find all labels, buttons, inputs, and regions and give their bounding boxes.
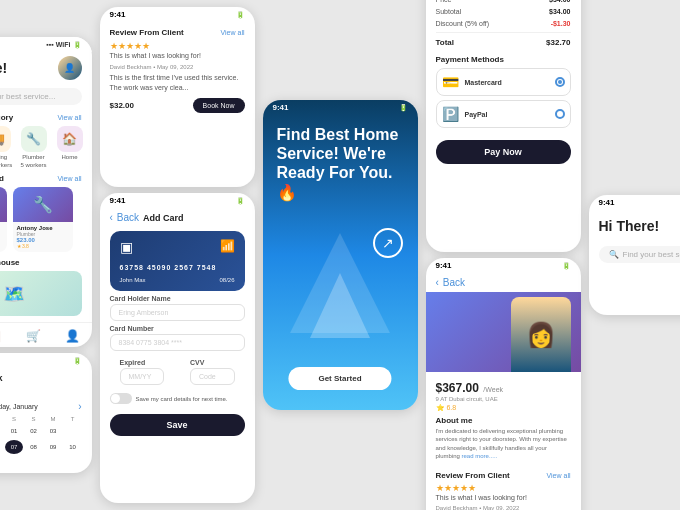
expired-input[interactable]: MM/YY	[120, 368, 165, 385]
cal-day-07[interactable]: 07	[5, 440, 23, 454]
holder-name-input[interactable]: Ering Amberson	[110, 304, 245, 321]
category-row: 🔨 Carpentry 32 workers 🚚 Moving 41 worke…	[0, 124, 92, 170]
hero-screen: 9:41 🔋 Find Best Home Service! We're Rea…	[263, 100, 418, 410]
addcard-title: Add Card	[143, 213, 184, 223]
subtotal-label: Subtotal	[436, 8, 462, 15]
card-number-placeholder: 8384 0775 3804 ****	[119, 339, 182, 346]
discount-row: Discount (5% off) -$1.30	[436, 20, 571, 27]
home-sm-header: Hi There! 👤	[589, 210, 681, 242]
search-bar[interactable]: 🔍 Find your best service...	[0, 88, 82, 105]
cal-day-01[interactable]: 01	[5, 424, 23, 438]
addcard-back-arrow[interactable]: ‹	[110, 212, 113, 223]
plumber-count: 5 workers	[20, 162, 46, 168]
map-placeholder[interactable]: 🗺️	[0, 271, 82, 316]
addcard-status-bar: 9:41 🔋	[100, 193, 255, 208]
detail-review-title: Review From Client	[436, 471, 510, 480]
detail-back-arrow[interactable]: ‹	[436, 277, 439, 288]
hero-battery: 🔋	[399, 104, 408, 112]
cal-day-10[interactable]: 10	[64, 440, 82, 454]
pay-now-button[interactable]: Pay Now	[436, 140, 571, 164]
next-month-arrow[interactable]: ›	[78, 401, 81, 412]
save-card-button[interactable]: Save	[110, 414, 245, 436]
about-text: I'm dedicated to delivering exceptional …	[436, 427, 571, 461]
detail-battery: 🔋	[562, 262, 571, 270]
hero-graphic: ↗	[263, 218, 418, 348]
popular-category-title: Popular Category	[0, 113, 13, 122]
booking-datetime-title: Date & Time	[0, 387, 92, 399]
nav-list-icon[interactable]: 📋	[0, 329, 2, 343]
detail-price: $367.00	[436, 381, 479, 395]
detail-view-all[interactable]: View all	[547, 472, 571, 479]
greeting-text: Hi There!	[0, 60, 7, 76]
nav-cart-icon[interactable]: 🛒	[26, 329, 41, 343]
home-sm-search[interactable]: 🔍 Find your best service...	[599, 246, 681, 263]
addcard-back-label[interactable]: Back	[117, 212, 139, 223]
read-more-link[interactable]: read more.....	[462, 453, 498, 459]
hero-content: Find Best Home Service! We're Ready For …	[263, 115, 418, 218]
calendar-row-2: 04 05 06 07 08 09 10	[0, 440, 82, 454]
booking-battery-icon: 🔋	[73, 357, 82, 365]
detail-screen: 9:41 🔋 ‹ Back 👩 $367.00 /Week 9 AT Dubai…	[426, 258, 581, 510]
moving-icon: 🚚	[0, 126, 11, 152]
card-holder-display: John Max	[120, 277, 146, 283]
home-sm-greeting: Hi There!	[599, 218, 660, 234]
home-sm-search-placeholder: Find your best service...	[623, 250, 681, 259]
plumber-label: Plumber	[22, 154, 44, 160]
category-home[interactable]: 🏠 Home	[55, 126, 85, 168]
hero-status-icons: 🔋	[399, 104, 408, 112]
triangle-inner	[310, 273, 370, 338]
popular-view-all[interactable]: View all	[58, 114, 82, 121]
save-card-toggle[interactable]	[110, 393, 132, 404]
near-section: 🗺️	[0, 269, 92, 318]
category-plumber[interactable]: 🔧 Plumber 5 workers	[19, 126, 49, 168]
worker-card-1[interactable]: 🧹 David Michael Home Cleaner $32.00 ★ 4.…	[0, 187, 7, 252]
avatar[interactable]: 👤	[58, 56, 82, 80]
price-row: Price $34.00	[436, 0, 571, 3]
calendar-row-1: 01 02 03	[0, 424, 82, 438]
cvv-input[interactable]: Code	[190, 368, 235, 385]
signal-icon: ▪▪▪	[46, 41, 53, 48]
home-sm-time: 9:41	[599, 198, 615, 207]
card-number-input[interactable]: 8384 0775 3804 ****	[110, 334, 245, 351]
book-now-button[interactable]: Book Now	[193, 98, 245, 113]
booking-status-icons: 🔋	[73, 357, 82, 365]
detail-location: 9 AT Dubai circuit, UAE	[436, 396, 571, 402]
detail-back-label[interactable]: Back	[443, 277, 465, 288]
home-label: Home	[61, 154, 77, 160]
booking-status-bar: 9:41 🔋	[0, 353, 92, 368]
recommended-view-all[interactable]: View all	[58, 175, 82, 182]
arrow-circle: ↗	[373, 228, 403, 258]
review-screen: 9:41 🔋 Review From Client View all ★★★★★…	[100, 7, 255, 187]
payment-screen: 9:41 🔋 ‹ Back Payment Price Details Pric…	[426, 0, 581, 252]
holder-name-field: Card Holder Name Ering Amberson	[110, 295, 245, 321]
status-icons: ▪▪▪ WiFi 🔋	[46, 41, 81, 49]
detail-status-time: 9:41	[436, 261, 452, 270]
cal-day-08[interactable]: 08	[25, 440, 43, 454]
worker-card-2[interactable]: 🔧 Antony Jose Plumber $23.00 ★ 3.8	[13, 187, 73, 252]
get-started-button[interactable]: Get Started	[288, 367, 391, 390]
cal-day-03[interactable]: 03	[44, 424, 62, 438]
price-label: Price	[436, 0, 452, 3]
cal-header-m: M	[44, 416, 62, 422]
payment-option-paypal[interactable]: 🅿️ PayPal	[436, 100, 571, 128]
review-section-header: Review From Client View all	[110, 28, 245, 41]
cal-day-02[interactable]: 02	[25, 424, 43, 438]
home-sm-search-icon: 🔍	[609, 250, 619, 259]
nav-profile-icon[interactable]: 👤	[65, 329, 80, 343]
mastercard-radio[interactable]	[555, 77, 565, 87]
category-moving[interactable]: 🚚 Moving 41 workers	[0, 126, 13, 168]
review-status-time: 9:41	[110, 10, 126, 19]
expired-placeholder: MM/YY	[129, 373, 152, 380]
near-title: Near to Your house	[0, 258, 20, 267]
payment-option-mastercard[interactable]: 💳 Mastercard	[436, 68, 571, 96]
home-sm-status-bar: 9:41 🔋	[589, 195, 681, 210]
hero-status-bar: 9:41 🔋	[263, 100, 418, 115]
review-status-bar: 9:41 🔋	[100, 7, 255, 22]
review-quote: This is what I was looking for!	[110, 51, 245, 61]
cal-day-09[interactable]: 09	[44, 440, 62, 454]
review-view-all[interactable]: View all	[221, 29, 245, 36]
cal-day-06[interactable]: 06	[0, 440, 4, 454]
cvv-placeholder: Code	[199, 373, 216, 380]
paypal-radio[interactable]	[555, 109, 565, 119]
mastercard-icon: 💳	[442, 74, 459, 90]
